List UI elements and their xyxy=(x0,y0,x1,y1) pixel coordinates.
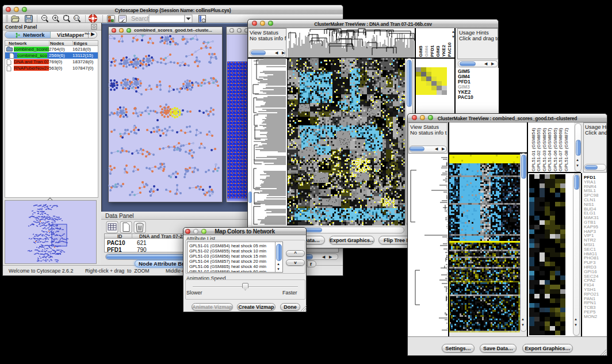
svg-text:1:1: 1:1 xyxy=(75,17,79,20)
